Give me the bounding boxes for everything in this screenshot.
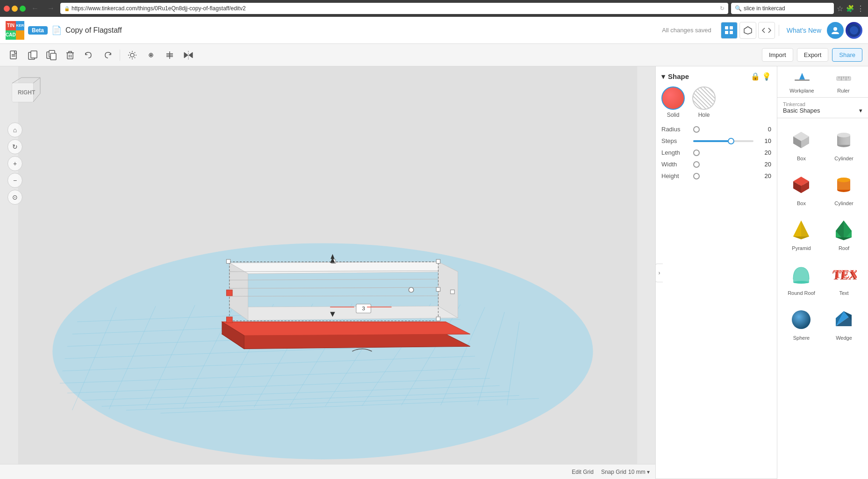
export-button[interactable]: Export	[797, 48, 829, 62]
shape-item-cylinder-gray[interactable]: Cylinder	[824, 122, 864, 165]
width-value[interactable]: 20	[757, 161, 771, 168]
reload-icon[interactable]: ↻	[720, 5, 725, 12]
cylinder-orange-label: Cylinder	[834, 200, 853, 206]
close-button[interactable]	[4, 6, 10, 12]
chevron-down-icon: ▾	[661, 72, 665, 81]
shape-item-cylinder-orange[interactable]: Cylinder	[824, 167, 864, 210]
snap-grid-value[interactable]: 10 mm ▾	[628, 469, 650, 475]
hole-button[interactable]: Hole	[692, 86, 716, 118]
logo-corner	[16, 30, 24, 40]
hole-icon	[692, 86, 716, 110]
sphere-label: Sphere	[793, 335, 810, 341]
3d-view-button[interactable]	[739, 22, 756, 39]
library-selector[interactable]: Basic Shapes ▾	[783, 107, 862, 114]
tinkercad-logo[interactable]: TIN KER CAD	[6, 21, 24, 40]
shape-item-text[interactable]: TEXT TEXT Text	[824, 257, 864, 300]
undo-button[interactable]	[80, 47, 97, 64]
logo-ker: KER	[16, 21, 24, 30]
forward-button[interactable]: →	[44, 3, 57, 14]
text-thumb: TEXT TEXT	[830, 260, 858, 288]
workplane-button[interactable]: Workplane	[781, 70, 823, 93]
shape-button[interactable]	[143, 47, 159, 64]
align-button[interactable]	[161, 47, 178, 64]
length-value[interactable]: 20	[757, 149, 771, 156]
radius-value[interactable]: 0	[757, 126, 771, 133]
search-bar[interactable]: 🔍 slice in tinkercad	[731, 3, 834, 14]
menu-icon[interactable]: ⋮	[857, 4, 864, 13]
code-view-button[interactable]	[758, 22, 775, 39]
ruler-button[interactable]: Ruler	[823, 70, 864, 93]
shape-item-wedge[interactable]: Wedge	[824, 301, 864, 344]
new-document-button[interactable]	[6, 47, 22, 64]
copy-button[interactable]	[24, 47, 41, 64]
edit-grid-label[interactable]: Edit Grid	[572, 469, 594, 475]
zoom-in-button[interactable]: +	[7, 156, 22, 171]
sphere-thumb	[788, 305, 816, 333]
duplicate-button[interactable]	[43, 47, 60, 64]
roof-label: Roof	[839, 245, 849, 251]
visibility-icon[interactable]: 💡	[762, 72, 771, 81]
svg-line-27	[129, 57, 130, 57]
svg-rect-15	[50, 53, 56, 60]
steps-value[interactable]: 10	[757, 137, 771, 144]
workplane-label: Workplane	[789, 88, 814, 93]
svg-rect-77	[436, 259, 440, 263]
back-button[interactable]: ←	[29, 3, 42, 14]
extensions-icon[interactable]: 🧩	[846, 5, 854, 12]
pyramid-label: Pyramid	[792, 245, 811, 251]
ruler-label: Ruler	[837, 88, 849, 93]
shape-panel-icons: 🔒 💡	[751, 72, 771, 81]
redo-button[interactable]	[99, 47, 116, 64]
steps-slider-thumb[interactable]	[728, 138, 734, 144]
round-roof-thumb	[788, 260, 816, 288]
svg-point-135	[792, 310, 811, 329]
nav-controls: ⌂ ↻ + − ⊙	[7, 122, 22, 205]
browser-chrome: ← → 🔒 https://www.tinkercad.com/things/0…	[0, 0, 868, 17]
shape-item-pyramid[interactable]: Pyramid	[781, 212, 822, 255]
shape-item-round-roof[interactable]: Round Roof	[781, 257, 822, 300]
svg-marker-126	[793, 236, 809, 239]
grid-view-button[interactable]	[721, 22, 738, 39]
orbit-button[interactable]: ↻	[7, 139, 22, 154]
shape-item-roof[interactable]: Roof	[824, 212, 864, 255]
minimize-button[interactable]	[12, 6, 18, 12]
app-title[interactable]: Copy of Flagstaff	[65, 26, 658, 35]
svg-point-7	[850, 26, 858, 35]
separator-1	[779, 25, 779, 36]
viewport[interactable]: 3	[0, 66, 655, 479]
height-value[interactable]: 20	[757, 172, 771, 179]
status-bar: Edit Grid Snap Grid 10 mm ▾	[0, 464, 655, 479]
length-circle	[693, 150, 700, 156]
point-light-button[interactable]	[124, 47, 141, 64]
view-cube[interactable]: RIGHT	[7, 74, 45, 111]
url-bar[interactable]: 🔒 https://www.tinkercad.com/things/0Ru1e…	[60, 3, 728, 14]
shape-item-box-red[interactable]: Box	[781, 167, 822, 210]
svg-rect-81	[226, 290, 232, 296]
lock-shape-icon[interactable]: 🔒	[751, 72, 760, 81]
avatar[interactable]	[846, 22, 862, 39]
zoom-out-button[interactable]: −	[7, 173, 22, 188]
bookmark-icon[interactable]: ☆	[837, 4, 843, 13]
import-button[interactable]: Import	[762, 48, 793, 62]
browser-buttons	[4, 6, 26, 12]
solid-button[interactable]: Solid	[661, 86, 685, 118]
svg-text:3: 3	[362, 306, 365, 311]
delete-button[interactable]	[62, 47, 79, 64]
canvas-area[interactable]: 3	[0, 66, 655, 479]
steps-slider[interactable]	[693, 140, 753, 142]
svg-point-19	[130, 53, 134, 57]
collapse-panel-button[interactable]: ›	[655, 264, 663, 282]
maximize-button[interactable]	[20, 6, 26, 12]
svg-line-24	[129, 52, 130, 52]
wedge-label: Wedge	[836, 335, 852, 341]
user-menu-button[interactable]	[827, 22, 844, 39]
shape-item-sphere[interactable]: Sphere	[781, 301, 822, 344]
box-gray-thumb	[788, 126, 816, 154]
home-button[interactable]: ⌂	[7, 122, 22, 137]
whats-new-button[interactable]: What's New	[783, 25, 825, 36]
solid-icon	[661, 86, 685, 110]
fit-view-button[interactable]: ⊙	[7, 190, 22, 205]
mirror-button[interactable]	[180, 47, 197, 64]
shape-item-box-gray[interactable]: Box	[781, 122, 822, 165]
share-button[interactable]: Share	[832, 48, 862, 62]
